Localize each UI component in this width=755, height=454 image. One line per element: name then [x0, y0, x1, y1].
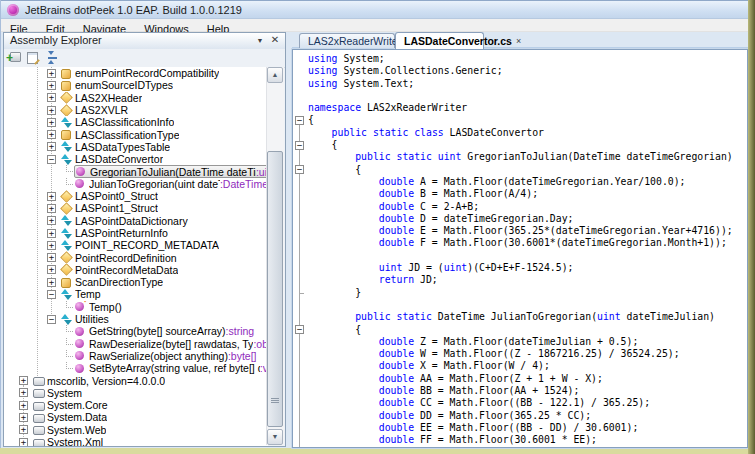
expand-icon[interactable]: + — [47, 106, 56, 115]
tree-item-content: LASPoint1_Struct — [60, 202, 268, 214]
tree-item[interactable]: +ScanDirectionType — [4, 276, 268, 288]
tree-item-content: JulianToGregorian(uint dateTimeJulian):D… — [74, 178, 268, 190]
fold-marker[interactable]: − — [295, 141, 304, 150]
expand-icon[interactable]: + — [47, 69, 56, 78]
tree-item[interactable]: +LASPointDataDictionary — [4, 215, 268, 227]
tree-item[interactable]: JulianToGregorian(uint dateTimeJulian):D… — [4, 178, 268, 190]
tree-scrollbar[interactable]: ▲ ▼ — [266, 67, 284, 445]
expand-icon[interactable]: + — [47, 216, 56, 225]
tree-item[interactable]: +System — [4, 387, 268, 399]
tool-window-header[interactable]: Assembly Explorer ▼ ✕ — [4, 33, 285, 50]
expand-icon[interactable]: + — [47, 229, 56, 238]
expand-icon[interactable]: + — [19, 376, 28, 385]
scrollbar-thumb[interactable] — [267, 151, 283, 427]
tree-item[interactable]: +LASPoint1_Struct — [4, 202, 268, 214]
tree-item[interactable]: +mscorlib, Version=4.0.0.0 — [4, 374, 268, 386]
expand-icon[interactable]: + — [47, 278, 56, 287]
expand-icon[interactable]: + — [47, 241, 56, 250]
tree-item-label: LAS2XHeader — [75, 92, 142, 104]
expand-icon[interactable]: + — [47, 118, 56, 127]
tree-item[interactable]: −LASDateConvertor — [4, 153, 268, 165]
collapse-icon[interactable]: − — [47, 290, 56, 299]
collapse-icon[interactable]: − — [47, 155, 56, 164]
method-icon — [75, 178, 86, 189]
tree-item-content: System.Core — [32, 399, 268, 411]
tree-item-label: enumPointRecordCompatibility — [75, 67, 219, 79]
tree-item[interactable]: +LASClassificationInfo — [4, 116, 268, 128]
tree-item-label: mscorlib, Version=4.0.0.0 — [47, 375, 165, 387]
tree-item-content: LASClassificationType — [60, 128, 268, 140]
expand-icon[interactable]: + — [47, 81, 56, 90]
code-line: double EE = Math.Floor((BB - DD) / 30.60… — [308, 422, 747, 434]
tree-item[interactable]: +System.Xml — [4, 436, 268, 446]
tree-item[interactable]: +System.Data — [4, 411, 268, 423]
expand-icon[interactable]: + — [19, 438, 28, 446]
tree-item[interactable]: +LASClassificationType — [4, 128, 268, 140]
tree-item[interactable]: RawSerialize(object anything):byte[] — [4, 350, 268, 362]
class-icon — [61, 203, 72, 214]
expand-icon[interactable]: + — [47, 142, 56, 151]
assembly-explorer-panel: Assembly Explorer ▼ ✕ +enumPointRecordCo… — [3, 32, 286, 447]
tree-item[interactable]: Temp() — [4, 301, 268, 313]
expand-icon[interactable]: + — [19, 413, 28, 422]
fold-marker[interactable]: − — [295, 325, 304, 334]
tree-item-label: Temp() — [89, 301, 122, 313]
expand-icon[interactable]: + — [47, 265, 56, 274]
enum-icon — [61, 68, 72, 79]
code-editor-area: LAS2xReaderWriter.cs×LASDateConvertor.cs… — [292, 32, 748, 448]
tree-item-content: LAS2XHeader — [60, 92, 268, 104]
tree-item[interactable]: +PointRecordMetaData — [4, 264, 268, 276]
tree-item[interactable]: GetString(byte[] sourceArray):string — [4, 325, 268, 337]
tree-item[interactable]: +LASPointReturnInfo — [4, 227, 268, 239]
tree-item-content: LASClassificationInfo — [60, 116, 268, 128]
expand-icon[interactable]: + — [47, 204, 56, 213]
tree-item[interactable]: +LASPoint0_Struct — [4, 190, 268, 202]
tree-item-label: System.Web — [47, 424, 106, 436]
tree-item[interactable]: +System.Web — [4, 424, 268, 436]
tree-item[interactable]: −Utilities — [4, 313, 268, 325]
tree-item[interactable]: SetByteArray(string value, ref byte[] de… — [4, 362, 268, 374]
tree-item[interactable]: +PointRecordDefinition — [4, 251, 268, 263]
tree-item[interactable]: +enumSourceIDTypes — [4, 79, 268, 91]
close-icon[interactable]: ✕ — [268, 33, 282, 48]
tree-item[interactable]: +enumPointRecordCompatibility — [4, 67, 268, 79]
title-bar[interactable]: JetBrains dotPeek 1.0 EAP. Build 1.0.0.1… — [1, 0, 748, 19]
collapse-icon[interactable]: − — [47, 315, 56, 324]
expand-icon[interactable]: + — [19, 401, 28, 410]
tab-las2xreaderwriter-cs[interactable]: LAS2xReaderWriter.cs× — [299, 33, 395, 48]
tree-connector — [61, 165, 74, 177]
fold-marker[interactable]: − — [295, 116, 304, 125]
expand-icon[interactable]: + — [47, 130, 56, 139]
document-tab-strip: LAS2xReaderWriter.cs×LASDateConvertor.cs… — [292, 32, 748, 49]
tree-item[interactable]: +LAS2XHeader — [4, 92, 268, 104]
chevron-down-icon[interactable]: ▼ — [253, 33, 267, 48]
tab-close-icon[interactable]: × — [516, 36, 521, 46]
expand-icon[interactable]: + — [19, 425, 28, 434]
tree-item[interactable]: RawDeserialize(byte[] rawdatas, Type any… — [4, 338, 268, 350]
tab-lasdateconvertor-cs[interactable]: LASDateConvertor.cs× — [395, 32, 484, 49]
code-line: double B = Math.Floor(A/4); — [308, 188, 747, 200]
properties-icon[interactable] — [26, 51, 40, 64]
expand-icon[interactable]: + — [47, 192, 56, 201]
tree-item-label: POINT_RECORD_METADATA — [75, 239, 219, 251]
expand-icon[interactable]: + — [47, 93, 56, 102]
tree-item[interactable]: +LAS2XVLR — [4, 104, 268, 116]
tree-item[interactable]: −Temp — [4, 288, 268, 300]
tree-item-label: GregorianToJulian(DateTime dateTimeGrego… — [90, 166, 256, 178]
scroll-up-icon[interactable]: ▲ — [267, 67, 283, 83]
collapse-all-icon[interactable] — [45, 51, 59, 64]
tree-item[interactable]: +POINT_RECORD_METADATA — [4, 239, 268, 251]
code-line: { — [308, 164, 747, 176]
add-assembly-icon[interactable] — [8, 51, 22, 64]
expand-icon[interactable]: + — [19, 388, 28, 397]
window-title: JetBrains dotPeek 1.0 EAP. Build 1.0.0.1… — [25, 1, 242, 19]
code-editor[interactable]: using System;using System.Collections.Ge… — [292, 49, 748, 448]
tree-item[interactable]: +LASDataTypesTable — [4, 141, 268, 153]
fold-marker[interactable]: − — [295, 165, 304, 174]
tree-item[interactable]: GregorianToJulian(DateTime dateTimeGrego… — [4, 165, 268, 177]
assembly-tree[interactable]: +enumPointRecordCompatibility+enumSource… — [4, 67, 268, 446]
scroll-down-icon[interactable]: ▼ — [267, 429, 283, 445]
code-line: public static class LASDateConvertor — [308, 127, 747, 139]
expand-icon[interactable]: + — [47, 253, 56, 262]
tree-item[interactable]: +System.Core — [4, 399, 268, 411]
